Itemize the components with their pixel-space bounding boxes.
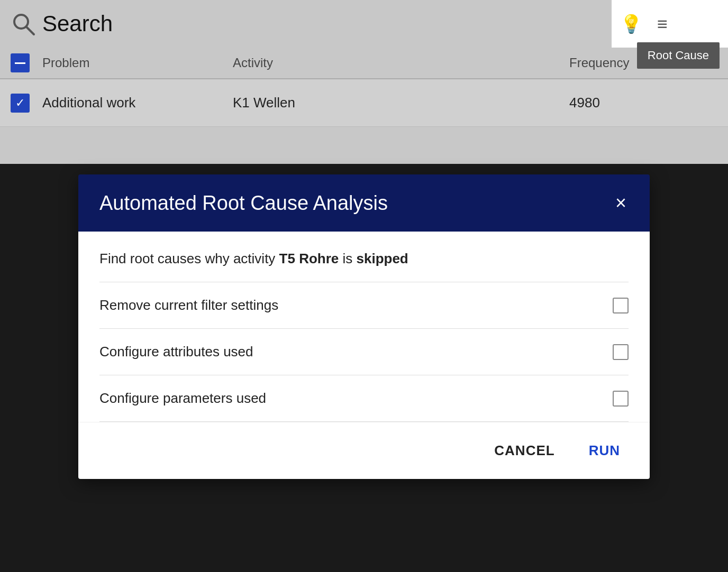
option-row-parameters: Configure parameters used — [99, 375, 629, 422]
modal-header: Automated Root Cause Analysis × — [78, 174, 650, 232]
row-checkbox[interactable] — [11, 94, 42, 113]
status-word: skipped — [357, 251, 408, 266]
table-row: Additional work K1 Wellen 4980 — [0, 79, 728, 127]
modal-body: Find root causes why activity T5 Rohre i… — [78, 232, 650, 422]
cell-problem: Additional work — [42, 95, 233, 111]
modal-dialog: Automated Root Cause Analysis × Find roo… — [78, 174, 650, 479]
modal-footer: CANCEL RUN — [78, 422, 650, 479]
svg-line-1 — [26, 27, 34, 34]
menu-icon[interactable]: ≡ — [657, 14, 668, 34]
root-cause-button[interactable]: Root Cause — [637, 42, 720, 69]
page-title: Search — [42, 11, 113, 36]
description-prefix: Find root causes why activity — [99, 251, 279, 266]
modal-close-button[interactable]: × — [613, 191, 629, 215]
search-icon — [11, 11, 36, 36]
top-right-panel: 💡 ≡ Root Cause — [612, 0, 728, 48]
option-label-attributes: Configure attributes used — [99, 344, 253, 360]
icon-row: 💡 ≡ — [620, 5, 668, 42]
run-button[interactable]: RUN — [580, 438, 629, 463]
minus-checkbox[interactable] — [11, 53, 30, 72]
table-header: Problem Activity Frequency — [0, 48, 728, 79]
option-checkbox-filter[interactable] — [613, 298, 629, 313]
column-activity: Activity — [233, 56, 569, 70]
cancel-button[interactable]: CANCEL — [486, 438, 563, 463]
option-label-parameters: Configure parameters used — [99, 390, 266, 407]
activity-name: T5 Rohre — [279, 251, 339, 266]
option-checkbox-parameters[interactable] — [613, 391, 629, 407]
modal-description: Find root causes why activity T5 Rohre i… — [99, 251, 629, 267]
option-label-filter: Remove current filter settings — [99, 297, 278, 313]
bulb-icon[interactable]: 💡 — [620, 13, 642, 34]
cell-frequency: 4980 — [569, 95, 717, 111]
column-problem: Problem — [42, 56, 233, 70]
option-row-filter: Remove current filter settings — [99, 282, 629, 329]
modal-title: Automated Root Cause Analysis — [99, 192, 388, 215]
select-all-checkbox[interactable] — [11, 53, 42, 72]
option-row-attributes: Configure attributes used — [99, 329, 629, 375]
description-middle: is — [339, 251, 356, 266]
option-checkbox-attributes[interactable] — [613, 344, 629, 360]
options-list: Remove current filter settings Configure… — [99, 282, 629, 422]
checked-checkbox[interactable] — [11, 94, 30, 113]
top-bar: Search 💡 ≡ Root Cause Problem Activity F… — [0, 0, 728, 164]
cell-activity: K1 Wellen — [233, 95, 569, 111]
